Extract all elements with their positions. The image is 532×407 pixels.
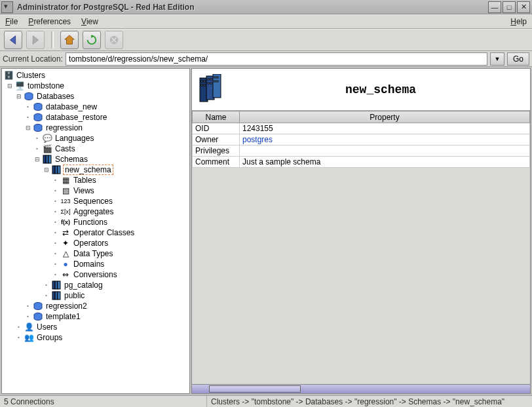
- tree-db-regression2[interactable]: regression2: [2, 301, 189, 311]
- close-button[interactable]: ✕: [517, 1, 530, 13]
- tree-users[interactable]: 👤Users: [2, 322, 189, 332]
- tree-label: database_restore: [45, 113, 108, 122]
- schema-icon: [51, 291, 62, 300]
- object-tree[interactable]: 🗄️ Clusters 🖥️ tombstone: [2, 69, 189, 393]
- tree-views[interactable]: ▤Views: [2, 185, 189, 196]
- tree-db-database-new[interactable]: database_new: [2, 102, 189, 112]
- database-icon: [33, 301, 43, 311]
- refresh-icon: [86, 34, 98, 46]
- tree-db-template1[interactable]: template1: [2, 311, 189, 322]
- groups-icon: 👥: [24, 333, 34, 342]
- column-header-property[interactable]: Property: [240, 111, 530, 123]
- location-bar: Current Location: ▼ Go: [0, 51, 532, 67]
- svg-rect-26: [208, 79, 209, 80]
- refresh-button[interactable]: [83, 31, 101, 49]
- property-table: Name Property OID1243155 Ownerpostgres P…: [192, 111, 530, 168]
- tree-db-database-restore[interactable]: database_restore: [2, 112, 189, 123]
- tree-cluster-tombstone[interactable]: 🖥️ tombstone: [2, 81, 189, 91]
- back-button[interactable]: [4, 31, 22, 49]
- tree-label: Aggregates: [72, 207, 115, 216]
- schema-large-icon: [197, 74, 229, 106]
- tree-label: Conversions: [72, 270, 119, 279]
- server-icon: 🖥️: [14, 81, 25, 90]
- tree-tables[interactable]: ▦Tables: [2, 175, 189, 185]
- database-icon: [33, 102, 43, 111]
- window-title: Administrator for PostgreSQL - Red Hat E…: [17, 3, 488, 12]
- home-button[interactable]: [60, 31, 79, 49]
- tree-groups[interactable]: 👥Groups: [2, 332, 189, 343]
- menu-help[interactable]: Help: [508, 16, 529, 28]
- tree-schema-pg-catalog[interactable]: pg_catalog: [2, 280, 189, 290]
- prop-key: Privileges: [193, 145, 240, 157]
- svg-rect-33: [217, 81, 218, 82]
- owner-link[interactable]: postgres: [242, 135, 273, 144]
- tree-operator-classes[interactable]: ⇄Operator Classes: [2, 227, 189, 238]
- menu-preferences[interactable]: Preferences: [26, 16, 73, 28]
- database-icon: [33, 123, 43, 132]
- location-dropdown[interactable]: ▼: [490, 52, 504, 66]
- svg-rect-15: [55, 292, 58, 300]
- tree-functions[interactable]: f(x)Functions: [2, 217, 189, 227]
- menu-view[interactable]: View: [79, 16, 101, 28]
- tree-clusters[interactable]: 🗄️ Clusters: [2, 70, 189, 81]
- svg-rect-9: [55, 166, 58, 174]
- column-header-name[interactable]: Name: [193, 111, 240, 123]
- status-bar: 5 Connections Clusters -> "tombstone" ->…: [0, 395, 532, 407]
- tree-domains[interactable]: ●Domains: [2, 259, 189, 269]
- table-row[interactable]: Privileges: [193, 145, 530, 157]
- casts-icon: 🎬: [42, 144, 52, 153]
- table-row[interactable]: CommentJust a sample schema: [193, 157, 530, 168]
- tree-label: public: [63, 291, 86, 300]
- tree-label: new_schema: [63, 165, 113, 175]
- toolbar: [0, 29, 532, 51]
- tree-languages[interactable]: 💬Languages: [2, 133, 189, 144]
- tree-label: Tables: [72, 176, 98, 185]
- stop-button[interactable]: [105, 31, 123, 49]
- svg-rect-10: [58, 166, 60, 174]
- prop-key: Comment: [193, 157, 240, 168]
- tree-aggregates[interactable]: Σ[x]Aggregates: [2, 206, 189, 217]
- prop-val: [240, 145, 530, 157]
- svg-rect-30: [214, 77, 216, 78]
- tree-schema-new-schema[interactable]: new_schema: [2, 165, 189, 175]
- functions-icon: f(x): [60, 218, 71, 227]
- window-menu-icon[interactable]: [1, 1, 13, 13]
- svg-rect-7: [48, 155, 51, 163]
- svg-rect-31: [217, 77, 218, 78]
- tree-sequences[interactable]: 123Sequences: [2, 196, 189, 206]
- tree-data-types[interactable]: △Data Types: [2, 248, 189, 259]
- prop-key: Owner: [193, 134, 240, 145]
- tree-db-regression[interactable]: regression: [2, 123, 189, 133]
- minimize-button[interactable]: —: [488, 1, 501, 13]
- horizontal-scrollbar[interactable]: [192, 384, 530, 393]
- table-row[interactable]: Ownerpostgres: [193, 134, 530, 145]
- go-button[interactable]: Go: [507, 52, 529, 66]
- tree-casts[interactable]: 🎬Casts: [2, 144, 189, 154]
- svg-rect-13: [58, 281, 60, 289]
- prop-val: 1243155: [240, 123, 530, 134]
- tree-label: template1: [45, 312, 82, 321]
- menu-file[interactable]: File: [3, 16, 20, 28]
- tree-schemas[interactable]: Schemas: [2, 154, 189, 165]
- prop-val: Just a sample schema: [240, 157, 530, 168]
- scrollbar-thumb[interactable]: [209, 385, 301, 393]
- tree-operators[interactable]: ✦Operators: [2, 238, 189, 248]
- database-icon: [33, 113, 43, 122]
- svg-rect-24: [201, 85, 202, 86]
- maximize-button[interactable]: □: [503, 1, 516, 13]
- table-row[interactable]: OID1243155: [193, 123, 530, 134]
- svg-rect-22: [201, 81, 202, 82]
- tree-databases[interactable]: Databases: [2, 91, 189, 102]
- forward-icon: [29, 34, 41, 46]
- tree-label: Operators: [72, 239, 109, 248]
- stop-icon: [108, 34, 120, 46]
- location-input[interactable]: [66, 52, 487, 66]
- svg-rect-11: [52, 281, 55, 289]
- window-titlebar: Administrator for PostgreSQL - Red Hat E…: [0, 0, 532, 14]
- tree-schema-public[interactable]: public: [2, 290, 189, 301]
- forward-button[interactable]: [26, 31, 45, 49]
- status-connections: 5 Connections: [0, 396, 207, 407]
- tree-conversions[interactable]: ⇔Conversions: [2, 269, 189, 280]
- detail-title: new_schema: [237, 83, 525, 96]
- svg-rect-28: [208, 83, 209, 84]
